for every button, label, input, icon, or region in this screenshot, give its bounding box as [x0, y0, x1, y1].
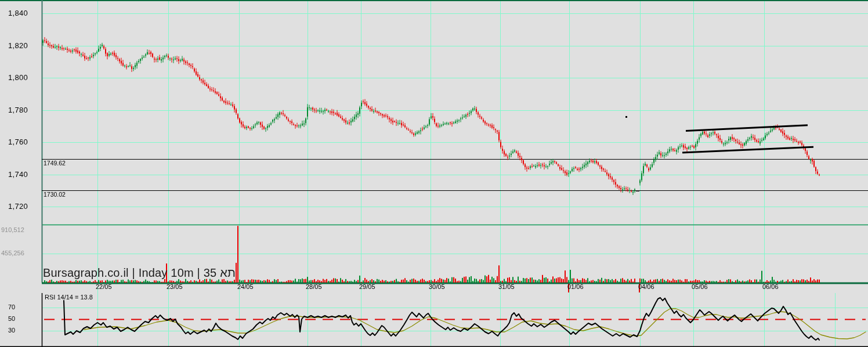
price-volume-rsi-chart-canvas[interactable]: [0, 0, 868, 347]
bursagraph-chart-window: 1,8401,8201,8001,7801,7601,7401,720910,5…: [0, 0, 868, 347]
